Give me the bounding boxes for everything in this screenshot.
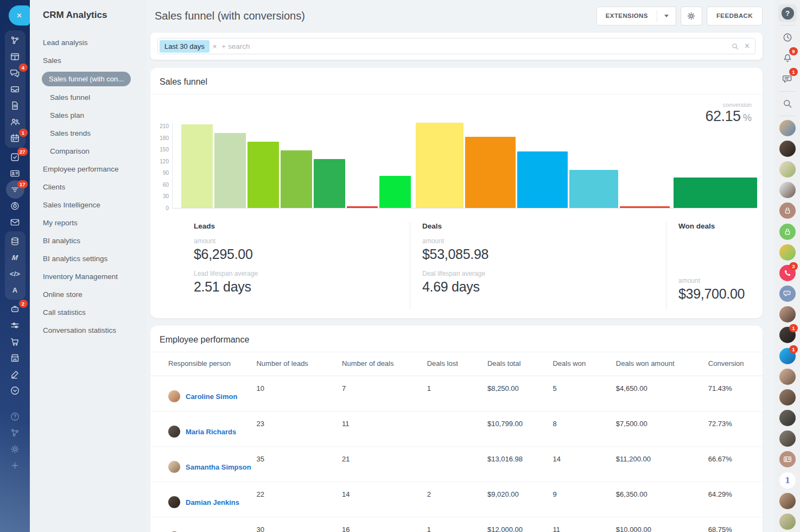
rail-chat-lines-button[interactable]: 1 (775, 68, 800, 89)
rail-item-calendar[interactable]: 1 (5, 130, 26, 146)
column-header-deals-won[interactable]: Deals won (548, 352, 611, 376)
avatar-man-suit[interactable] (775, 180, 800, 200)
rail-item-plus[interactable] (5, 457, 26, 473)
rail-item-store[interactable] (5, 350, 26, 366)
column-header-number-of-leads[interactable]: Number of leads (252, 352, 338, 376)
collapse-menu-button[interactable]: × (9, 5, 30, 26)
rail-item-code[interactable]: </> (5, 265, 26, 282)
cell-conversion: 68.75% (704, 517, 763, 532)
sidebar-item-conversation-statistics[interactable]: Conversation statistics (30, 321, 147, 339)
contacts-button[interactable] (775, 449, 800, 470)
avatar-group-photo[interactable] (775, 408, 800, 428)
clear-search-icon[interactable]: × (745, 42, 750, 50)
settings-button[interactable] (681, 7, 702, 26)
sidebar-item-call-statistics[interactable]: Call statistics (30, 303, 147, 321)
rail-item-inbox[interactable] (5, 81, 26, 97)
rail-item-crm-funnel[interactable]: 17 (5, 181, 26, 198)
avatar-man-curly[interactable] (775, 138, 800, 159)
rail-item-help[interactable] (5, 408, 26, 425)
funnel-bar-leads (281, 150, 312, 208)
rail-item-marketing-m[interactable]: M (5, 249, 26, 265)
column-header-conversion[interactable]: Conversion (704, 352, 763, 376)
column-header-number-of-deals[interactable]: Number of deals (338, 352, 423, 376)
sidebar-item-my-reports[interactable]: My reports (30, 214, 147, 232)
first-place-icon[interactable]: 1 (775, 470, 800, 490)
calls-button[interactable]: 3 (775, 263, 800, 283)
avatar-man-1[interactable] (775, 118, 800, 138)
person-name-link[interactable]: Samantha Simpson (186, 463, 251, 471)
sidebar-item-bi-analytics[interactable]: BI analytics (30, 232, 147, 250)
column-header-responsible-person[interactable]: Responsible person (150, 352, 252, 376)
avatar-partial[interactable] (775, 511, 800, 532)
y-axis-tick: 150 (160, 147, 169, 153)
filter-chip-last-30-days[interactable]: Last 30 days (160, 40, 209, 53)
feedback-button[interactable]: FEEDBACK (707, 7, 763, 26)
rail-item-document[interactable] (5, 97, 26, 113)
rail-item-nodes[interactable] (5, 32, 26, 48)
private-chat-locked-2[interactable] (775, 221, 800, 242)
rail-history-button[interactable] (775, 27, 800, 48)
rail-item-cart[interactable] (5, 333, 26, 350)
sidebar-item-employee-performance[interactable]: Employee performance (30, 160, 147, 178)
rail-item-people[interactable] (5, 113, 26, 130)
avatar-woman-2[interactable] (775, 366, 800, 387)
rail-item-sliders[interactable] (5, 317, 26, 333)
sidebar-item-online-store[interactable]: Online store (30, 286, 147, 303)
column-header-deals-won-amount[interactable]: Deals won amount (612, 352, 704, 376)
rail-item-idcard[interactable] (5, 165, 26, 181)
person-name-link[interactable]: Caroline Simon (186, 392, 237, 401)
avatar-man-glasses[interactable] (775, 428, 800, 449)
rail-item-tasks[interactable]: 27 (5, 149, 26, 165)
remove-filter-icon[interactable]: × (213, 42, 217, 50)
rail-bell-button[interactable]: 9 (775, 48, 800, 68)
group-chat-icon (783, 289, 792, 298)
rail-item-kanban[interactable] (5, 48, 26, 65)
rail-help-button[interactable]: ? (775, 3, 800, 23)
y-axis-tick: 180 (160, 135, 169, 141)
sidebar-item-bi-analytics-settings[interactable]: BI analytics settings (30, 250, 147, 268)
search-input[interactable]: Last 30 days × + search × (157, 38, 755, 54)
rail-item-mail[interactable] (5, 214, 26, 230)
sidebar-item-sales-plan[interactable]: Sales plan (30, 106, 147, 124)
y-axis-tick: 210 (160, 123, 169, 129)
avatar-woman-1[interactable] (775, 304, 800, 325)
column-header-deals-total[interactable]: Deals total (483, 352, 549, 376)
sidebar-item-sales[interactable]: Sales (30, 52, 147, 69)
rail-item-robot[interactable]: 2 (5, 301, 26, 317)
avatar-man-suit (779, 182, 796, 198)
rail-item-nodes[interactable] (5, 425, 26, 441)
rail-item-chevron-circle[interactable] (5, 382, 26, 398)
rail-item-target[interactable] (5, 198, 26, 214)
private-chat-locked-1[interactable] (775, 200, 800, 221)
rail-item-automation-a[interactable]: A (5, 282, 26, 298)
sidebar-item-sales-intelligence[interactable]: Sales Intelligence (30, 196, 147, 214)
avatar-man-dark[interactable]: 1 (775, 325, 800, 345)
sidebar-item-sales-funnel-with-con[interactable]: Sales funnel (with con... (30, 69, 147, 88)
sign-icon (10, 369, 20, 379)
avatar-fruits[interactable] (775, 242, 800, 263)
rail-item-gear[interactable] (5, 441, 26, 457)
sidebar-item-sales-funnel[interactable]: Sales funnel (30, 88, 147, 106)
cell-conversion: 66.67% (704, 447, 763, 482)
rail-item-chat[interactable]: 4 (5, 65, 26, 81)
avatar-man-3[interactable] (775, 491, 800, 511)
avatar-cartoon-blue[interactable]: 1 (775, 346, 800, 366)
column-header-deals-lost[interactable]: Deals lost (423, 352, 483, 376)
avatar-woman-3[interactable] (775, 387, 800, 408)
sidebar-item-inventory-management[interactable]: Inventory Management (30, 268, 147, 286)
search-icon[interactable] (731, 42, 739, 50)
group-chat-button[interactable] (775, 283, 800, 304)
sidebar-item-clients[interactable]: Clients (30, 178, 147, 196)
sidebar-item-lead-analysis[interactable]: Lead analysis (30, 34, 147, 52)
rail-item-sign[interactable] (5, 366, 26, 382)
extensions-button[interactable]: EXTENSIONS (596, 7, 676, 26)
person-name-link[interactable]: Damian Jenkins (186, 498, 239, 506)
cell-won: 14 (548, 447, 611, 482)
person-name-link[interactable]: Maria Richards (186, 428, 236, 436)
sidebar-item-comparison[interactable]: Comparison (30, 142, 147, 160)
rail-search-button[interactable] (775, 93, 800, 114)
rail-item-database[interactable] (5, 233, 26, 249)
sidebar-item-sales-trends[interactable]: Sales trends (30, 124, 147, 142)
extensions-dropdown-button[interactable] (657, 15, 676, 17)
avatar-dog[interactable] (775, 159, 800, 180)
